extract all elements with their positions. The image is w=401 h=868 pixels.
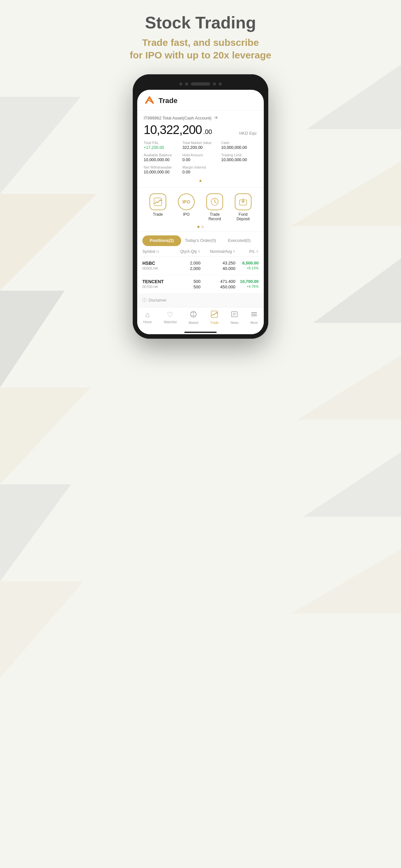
symbol-tencent: TENCENT 00700:HK	[143, 279, 172, 289]
collapse-row[interactable]: ▲	[144, 178, 257, 183]
nav-watchlist-label: Watchlist	[164, 320, 177, 324]
nav-trade-label: Trade	[210, 321, 219, 324]
phone-screen: Trade IT999962 Total Asset(Cash Account)…	[137, 90, 264, 334]
th-qty-label: Qty/A.Qty	[180, 249, 197, 254]
svg-marker-4	[0, 485, 71, 581]
tab-today-order[interactable]: Today's Order(0)	[181, 236, 220, 246]
stock-symbol: TENCENT	[143, 279, 172, 284]
nav-trade[interactable]: Trade	[210, 311, 219, 324]
nav-home[interactable]: ⌂ Home	[143, 311, 152, 324]
symbol-hsbc: HSBC 00005:HK	[143, 260, 172, 271]
app-header-title: Trade	[158, 97, 178, 105]
action-trade-record[interactable]: TradeRecord	[206, 193, 223, 221]
account-id-label: IT999962 Total Asset(Cash Account)	[144, 116, 212, 120]
quick-actions-section: Trade IPO IPO	[137, 188, 264, 231]
watchlist-icon: ♡	[167, 311, 174, 319]
filter-icon[interactable]: ⊟	[156, 250, 159, 254]
qty-value: 2,000	[172, 260, 201, 266]
disclaimer-row[interactable]: ⓘ Disclaimer	[137, 293, 264, 307]
stat-hold-amount: Hold Amount 0.00	[182, 153, 219, 162]
th-nominal: Nominal/Avg ⇅	[201, 249, 235, 254]
stat-value: 10,000,000.00	[144, 158, 180, 162]
notch-dot-3	[213, 82, 216, 86]
phone-home-bar	[137, 329, 264, 334]
th-nominal-label: Nominal/Avg	[210, 249, 232, 254]
a-qty-value: 2,000	[172, 266, 201, 271]
page-title: Stock Trading	[130, 13, 271, 32]
stat-value: 322,200.00	[182, 145, 219, 150]
phone-mockup: Trade IT999962 Total Asset(Cash Account)…	[133, 74, 268, 339]
svg-line-15	[215, 202, 216, 203]
pl-hsbc: 6,500.00 +8.13%	[235, 260, 258, 271]
table-row[interactable]: TENCENT 00700:HK 500 500 471.400 450.000…	[143, 275, 258, 293]
tabs-section: Positions(2) Today's Order(0) Executed(0…	[137, 231, 264, 246]
fund-deposit-icon	[235, 193, 251, 210]
positions-table: Symbol ⊟ Qty/A.Qty ⇅ Nominal/Avg ⇅ P/L ⇅	[137, 246, 264, 293]
qty-value: 500	[172, 279, 201, 284]
nav-more[interactable]: More	[251, 311, 258, 324]
svg-marker-7	[290, 161, 401, 226]
account-section: IT999962 Total Asset(Cash Account) 👁 10,…	[137, 111, 264, 188]
account-id-row: IT999962 Total Asset(Cash Account) 👁	[144, 115, 257, 120]
action-trade-record-label: TradeRecord	[209, 212, 221, 221]
qty-hsbc: 2,000 2,000	[172, 260, 201, 271]
stock-code: 00005:HK	[143, 267, 172, 270]
stat-label: Total Market Value	[182, 141, 219, 145]
nominal-value: 43.250	[201, 260, 235, 266]
qty-tencent: 500 500	[172, 279, 201, 289]
stat-value: 10,000,000.00	[221, 145, 257, 150]
pagination-dots	[144, 226, 257, 228]
dot-active	[197, 226, 199, 228]
disclaimer-text: Disclaimer	[149, 298, 166, 303]
stat-value: 10,000,000.00	[144, 170, 180, 175]
eye-icon[interactable]: 👁	[214, 115, 219, 120]
nav-news-label: News	[230, 321, 239, 324]
stat-available-balance: Available Balance 10,000,000.00	[144, 153, 180, 162]
stat-label: Hold Amount	[182, 153, 219, 157]
sort-icon-2[interactable]: ⇅	[233, 250, 235, 253]
tab-executed[interactable]: Executed(0)	[220, 236, 258, 246]
app-logo	[144, 95, 155, 106]
action-ipo[interactable]: IPO IPO	[178, 193, 195, 221]
stock-code: 00700:HK	[143, 285, 172, 289]
tab-positions[interactable]: Positions(2)	[143, 236, 181, 246]
nav-watchlist[interactable]: ♡ Watchlist	[164, 311, 177, 324]
notch-dot-2	[185, 82, 188, 86]
table-row[interactable]: HSBC 00005:HK 2,000 2,000 43.250 40.000 …	[143, 257, 258, 275]
tabs-row: Positions(2) Today's Order(0) Executed(0…	[143, 236, 258, 246]
stat-value: +17,200.00	[144, 145, 180, 150]
phone-frame: Trade IT999962 Total Asset(Cash Account)…	[133, 74, 268, 339]
stat-net-withdrawable: Net Withdrawable 10,000,000.00	[144, 165, 180, 175]
stat-cash: Cash 10,000,000.00	[221, 141, 257, 150]
dot-inactive	[202, 226, 204, 228]
table-header: Symbol ⊟ Qty/A.Qty ⇅ Nominal/Avg ⇅ P/L ⇅	[143, 246, 258, 257]
trade-record-icon	[206, 193, 223, 210]
phone-notch	[137, 79, 264, 89]
nav-news[interactable]: News	[230, 311, 239, 324]
market-icon	[190, 311, 197, 320]
currency-label: HKD Eqv.	[239, 131, 257, 137]
stat-label: Net Withdrawable	[144, 165, 180, 169]
svg-rect-12	[154, 198, 162, 206]
sort-icon-3[interactable]: ⇅	[256, 250, 258, 253]
nav-market[interactable]: Market	[189, 311, 198, 324]
home-icon: ⌂	[145, 311, 150, 319]
home-indicator	[184, 332, 217, 333]
stats-grid: Total P&L +17,200.00 Total Market Value …	[144, 141, 257, 175]
a-qty-value: 500	[172, 284, 201, 289]
action-fund-deposit[interactable]: FundDeposit	[235, 193, 251, 221]
total-asset-decimal: .00	[203, 128, 212, 135]
action-ipo-label: IPO	[183, 212, 190, 217]
pl-value: 10,700.00	[235, 279, 258, 284]
stat-label: Cash	[221, 141, 257, 145]
trade-action-icon	[150, 193, 166, 210]
stat-label: Available Balance	[144, 153, 180, 157]
stat-label: Margin Interest	[182, 165, 219, 169]
news-icon	[231, 311, 238, 320]
stat-label: Trading Limit	[221, 153, 257, 157]
collapse-arrow-icon: ▲	[198, 178, 203, 183]
pl-tencent: 10,700.00 +4.76%	[235, 279, 258, 289]
sort-icon[interactable]: ⇅	[198, 250, 201, 253]
action-trade[interactable]: Trade	[150, 193, 166, 221]
nav-more-label: More	[251, 321, 258, 324]
